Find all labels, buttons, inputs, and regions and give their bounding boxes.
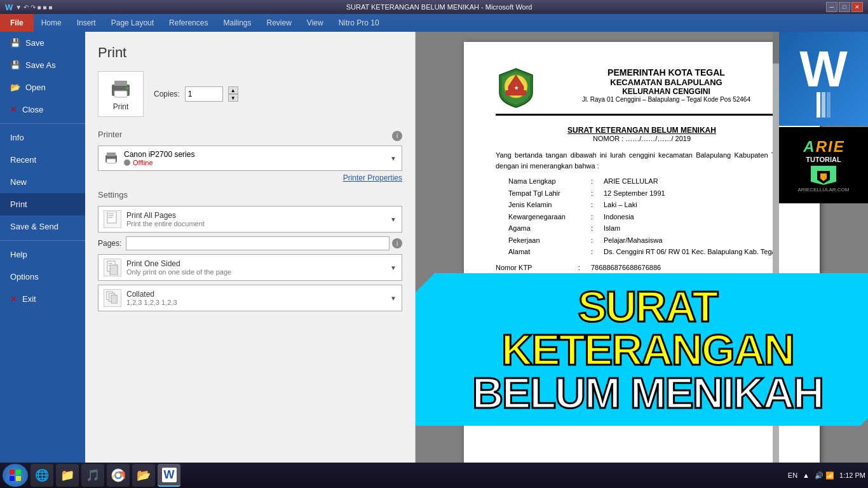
minimize-btn[interactable]: ─ bbox=[826, 2, 837, 12]
copies-input[interactable] bbox=[185, 86, 223, 102]
ribbon: File Home Insert Page Layout References … bbox=[0, 14, 868, 32]
backstage-save[interactable]: 💾 Save bbox=[0, 32, 85, 54]
title-bar: W ▼ ↶ ↷ ■ ■ ■ SURAT KETERANGAN BELUM MEN… bbox=[0, 0, 868, 14]
collated-icon bbox=[104, 289, 121, 307]
backstage-print[interactable]: Print bbox=[0, 193, 85, 215]
printer-section-label: Printer bbox=[98, 130, 392, 142]
overlay-text-line2: BELUM MENIKAH bbox=[472, 371, 823, 414]
collated-icon-svg bbox=[106, 290, 119, 306]
lang-indicator: EN bbox=[788, 471, 797, 479]
ribbon-tab-insert[interactable]: Insert bbox=[69, 14, 104, 32]
save-send-label: Save & Send bbox=[10, 222, 58, 231]
svg-rect-9 bbox=[109, 215, 114, 216]
backstage-options[interactable]: Options bbox=[0, 266, 85, 288]
divider2 bbox=[0, 240, 85, 241]
print-one-sided-arrow: ▼ bbox=[390, 264, 397, 271]
taskbar-chrome[interactable] bbox=[107, 464, 130, 487]
printer-info-btn[interactable]: i bbox=[392, 131, 402, 141]
ribbon-file-tab[interactable]: File bbox=[0, 14, 34, 32]
close-btn[interactable]: ✕ bbox=[851, 2, 863, 12]
tutorial-arrow-icon bbox=[798, 166, 850, 187]
backstage-new[interactable]: New bbox=[0, 171, 85, 193]
svg-rect-2 bbox=[114, 91, 127, 97]
svg-rect-25 bbox=[10, 476, 15, 481]
printer-icon bbox=[109, 77, 132, 100]
close-label: Close bbox=[22, 105, 43, 114]
svg-text:★: ★ bbox=[514, 85, 519, 91]
taskbar-files[interactable]: 📁 bbox=[56, 464, 79, 487]
close-icon: ✕ bbox=[10, 105, 17, 114]
org2: KECAMATAN BALAPULANG bbox=[545, 78, 788, 87]
field-alamat: Alamat : Ds. Cenggini RT 06/ RW 01 Kec. … bbox=[508, 247, 788, 257]
taskbar-media[interactable]: 🎵 bbox=[81, 464, 104, 487]
save-as-label: Save As bbox=[25, 60, 56, 70]
intro-text: Yang bertanda tangan dibawah ini lurah c… bbox=[496, 150, 788, 171]
backstage-exit[interactable]: ✕ Exit bbox=[0, 288, 85, 310]
printer-dropdown[interactable]: Canon iP2700 series Offline ▼ bbox=[98, 146, 402, 171]
taskbar-folders2[interactable]: 📂 bbox=[132, 464, 155, 487]
backstage-open[interactable]: 📂 Open bbox=[0, 76, 85, 98]
backstage-info[interactable]: Info bbox=[0, 126, 85, 149]
print-button[interactable]: Print bbox=[98, 71, 144, 117]
open-icon: 📂 bbox=[10, 83, 20, 92]
svg-rect-17 bbox=[111, 295, 117, 303]
help-label: Help bbox=[10, 250, 27, 259]
info-label: Info bbox=[10, 133, 24, 142]
print-button-area: Print Copies: ▲ ▼ bbox=[98, 71, 402, 117]
backstage-close[interactable]: ✕ Close bbox=[0, 98, 85, 121]
printer-status: Offline bbox=[124, 159, 385, 166]
taskbar-ie[interactable]: 🌐 bbox=[31, 464, 53, 487]
arie-letter-i: I bbox=[828, 138, 832, 156]
copies-spinner: ▲ ▼ bbox=[228, 86, 238, 102]
backstage-save-send[interactable]: Save & Send bbox=[0, 215, 85, 238]
save-as-icon: 💾 bbox=[10, 60, 20, 70]
arie-letter-r: R bbox=[816, 138, 827, 156]
svg-rect-23 bbox=[10, 470, 15, 475]
printer-properties-link[interactable]: Printer Properties bbox=[98, 173, 402, 182]
overlay-banner: SURAT KETERANGAN BELUM MENIKAH bbox=[416, 273, 868, 426]
ribbon-tab-home[interactable]: Home bbox=[34, 14, 69, 32]
word-logo-panel: W bbox=[779, 32, 868, 126]
copies-down-btn[interactable]: ▼ bbox=[228, 94, 238, 102]
scrollbar-thumb[interactable] bbox=[773, 32, 779, 64]
doc-title: SURAT KETERANGAN BELUM MENIKAH bbox=[496, 126, 788, 135]
copies-label: Copies: bbox=[154, 90, 180, 98]
ribbon-tab-view[interactable]: View bbox=[299, 14, 331, 32]
print-one-sided-dropdown[interactable]: Print One Sided Only print on one side o… bbox=[98, 254, 402, 281]
ribbon-tab-references[interactable]: References bbox=[161, 14, 215, 32]
recent-label: Recent bbox=[10, 155, 36, 165]
maximize-btn[interactable]: □ bbox=[839, 2, 850, 12]
doc-header-text: PEMERINTAH KOTA TEGAL KECAMATAN BALAPULA… bbox=[545, 67, 788, 103]
backstage-save-as[interactable]: 💾 Save As bbox=[0, 54, 85, 76]
print-all-pages-arrow: ▼ bbox=[390, 216, 397, 223]
svg-rect-5 bbox=[107, 152, 116, 156]
pages-label: Pages: bbox=[98, 239, 123, 248]
arie-website: ARIECELLULAR.COM bbox=[798, 187, 850, 193]
pages-info-btn[interactable]: i bbox=[392, 238, 402, 248]
ribbon-tab-review[interactable]: Review bbox=[259, 14, 299, 32]
svg-rect-10 bbox=[109, 217, 112, 218]
backstage-sidebar: 💾 Save 💾 Save As 📂 Open ✕ Close Info Rec… bbox=[0, 32, 85, 463]
copies-up-btn[interactable]: ▲ bbox=[228, 86, 238, 94]
doc-header: ★ PEMERINTAH KOTA TEGAL KECAMATAN BALAPU… bbox=[496, 67, 788, 116]
pages-icon bbox=[106, 212, 119, 227]
print-panel-title: Print bbox=[98, 44, 402, 61]
title-bar-left: W ▼ ↶ ↷ ■ ■ ■ bbox=[5, 3, 52, 12]
arie-tutorial-content: A R I E TUTORIAL ARIECELLULAR.COM bbox=[798, 138, 850, 193]
collated-dropdown[interactable]: Collated 1,2,3 1,2,3 1,2,3 ▼ bbox=[98, 285, 402, 311]
document-preview: ★ PEMERINTAH KOTA TEGAL KECAMATAN BALAPU… bbox=[416, 32, 868, 463]
print-all-pages-dropdown[interactable]: Print All Pages Print the entire documen… bbox=[98, 206, 402, 233]
backstage-recent[interactable]: Recent bbox=[0, 149, 85, 171]
ribbon-tab-nitro[interactable]: Nitro Pro 10 bbox=[331, 14, 387, 32]
clock: 1:12 PM bbox=[839, 471, 865, 479]
new-label: New bbox=[10, 177, 27, 187]
collated-arrow: ▼ bbox=[390, 295, 397, 302]
taskbar-word[interactable]: W bbox=[158, 464, 180, 487]
pages-input[interactable] bbox=[126, 236, 390, 250]
start-button[interactable] bbox=[3, 464, 28, 487]
ribbon-tab-page-layout[interactable]: Page Layout bbox=[104, 14, 161, 32]
backstage-help[interactable]: Help bbox=[0, 243, 85, 266]
open-label: Open bbox=[25, 83, 46, 92]
ribbon-tab-mailings[interactable]: Mailings bbox=[215, 14, 259, 32]
divider1 bbox=[0, 123, 85, 124]
